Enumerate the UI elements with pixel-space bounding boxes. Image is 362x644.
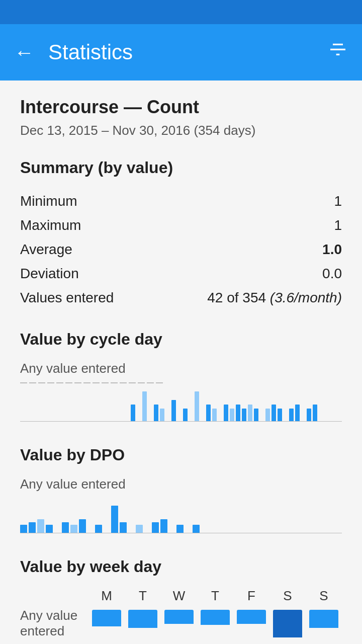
table-row: Average 1.0 (20, 237, 342, 262)
cycle-day-bar (206, 405, 211, 422)
dpo-bar (193, 525, 200, 533)
weekday-bar (273, 610, 302, 637)
stat-label-deviation: Deviation (20, 262, 152, 286)
cycle-day-chart-label: Any value entered (20, 361, 342, 376)
dpo-bar (111, 506, 118, 533)
app-bar: ← Statistics (0, 24, 362, 80)
date-range: Dec 13, 2015 – Nov 30, 2016 (354 days) (20, 123, 342, 138)
table-row: Minimum 1 (20, 189, 342, 213)
cycle-day-bar (265, 409, 270, 422)
weekday-bar (309, 610, 338, 628)
cycle-day-bar (242, 409, 246, 422)
weekday-section: Value by week day MTWTFSS Any value ente… (20, 557, 342, 639)
cycle-day-bar (289, 409, 294, 422)
cycle-day-bar (248, 405, 252, 422)
dpo-bar (152, 522, 159, 533)
cycle-day-section: Value by cycle day Any value entered (20, 330, 342, 422)
dpo-title: Value by DPO (20, 446, 342, 464)
weekday-bar (92, 610, 121, 626)
stat-value-maximum: 1 (152, 213, 342, 237)
weekday-bar-wrap (161, 610, 197, 637)
cycle-day-bar (131, 405, 135, 422)
stat-value-values-entered: 42 of 354 (3.6/month) (152, 286, 342, 310)
status-bar (0, 0, 362, 24)
weekday-chart-label: Any value entered (20, 608, 88, 639)
table-row: Values entered 42 of 354 (3.6/month) (20, 286, 342, 310)
dpo-bar (136, 525, 143, 533)
weekday-bar-wrap (88, 610, 125, 637)
stat-value-deviation: 0.0 (152, 262, 342, 286)
cycle-day-bar (313, 405, 317, 422)
cycle-day-bar (295, 405, 300, 422)
cycle-day-bar (272, 405, 276, 422)
summary-section-title: Summary (by value) (20, 158, 342, 177)
dpo-bar (70, 525, 77, 533)
weekday-day-label: S (269, 588, 306, 604)
weekday-day-label: M (88, 588, 125, 604)
cycle-day-bar (230, 409, 234, 422)
cycle-day-bar (160, 409, 164, 422)
weekday-bar-wrap (269, 610, 306, 637)
dpo-bar (62, 522, 69, 533)
weekday-bar (201, 610, 230, 625)
table-row: Maximum 1 (20, 213, 342, 237)
dpo-bar (37, 519, 44, 533)
cycle-day-chart (20, 386, 342, 422)
stat-label-minimum: Minimum (20, 189, 152, 213)
weekday-bars-row: Any value entered (20, 608, 342, 639)
dpo-bar (95, 525, 102, 533)
cycle-day-bar (154, 405, 158, 422)
dpo-bar (176, 525, 184, 533)
weekday-day-label: W (161, 588, 197, 604)
weekday-bar-wrap (306, 610, 342, 637)
weekday-day-label: T (197, 588, 233, 604)
stat-value-minimum: 1 (152, 189, 342, 213)
weekday-day-label: S (306, 588, 342, 604)
dpo-bar (29, 522, 36, 533)
dpo-section: Value by DPO Any value entered (20, 446, 342, 533)
cycle-day-bar (183, 409, 188, 422)
main-content: Intercourse — Count Dec 13, 2015 – Nov 3… (0, 80, 362, 644)
back-button[interactable]: ← (14, 41, 34, 64)
weekday-bar (237, 610, 266, 624)
cycle-day-bar (212, 409, 217, 422)
stat-label-maximum: Maximum (20, 213, 152, 237)
dpo-chart-label: Any value entered (20, 476, 342, 492)
cycle-day-bar (278, 409, 282, 422)
cycle-day-bar (307, 409, 311, 422)
weekday-day-label: T (125, 588, 161, 604)
dpo-bar (160, 519, 167, 533)
weekday-bars (88, 610, 342, 637)
cycle-day-bar (171, 400, 176, 422)
weekday-bar-wrap (197, 610, 233, 637)
cycle-day-bar (254, 409, 258, 422)
weekday-day-label: F (233, 588, 269, 604)
dpo-bar (46, 525, 53, 533)
weekday-bar-wrap (125, 610, 161, 637)
cycle-day-bar (224, 405, 228, 422)
table-row: Deviation 0.0 (20, 262, 342, 286)
dpo-chart (20, 498, 342, 533)
page-title: Intercourse — Count (20, 97, 342, 118)
cycle-day-bar (142, 391, 147, 422)
weekday-title: Value by week day (20, 557, 342, 576)
stat-label-values-entered: Values entered (20, 286, 152, 310)
stat-value-average: 1.0 (152, 237, 342, 262)
weekday-header: MTWTFSS (20, 588, 342, 604)
cycle-day-bar (195, 391, 199, 422)
weekday-bar (164, 610, 194, 624)
summary-table: Minimum 1 Maximum 1 Average 1.0 Deviatio… (20, 189, 342, 310)
dpo-bar (79, 519, 86, 533)
weekday-bar-wrap (233, 610, 269, 637)
app-bar-title: Statistics (48, 40, 328, 64)
weekday-bar (128, 610, 157, 628)
filter-icon[interactable] (328, 40, 348, 65)
cycle-day-title: Value by cycle day (20, 330, 342, 349)
cycle-day-dashes (20, 382, 342, 383)
dpo-bar (20, 525, 27, 533)
cycle-day-bar (236, 405, 240, 422)
dpo-bar (120, 522, 127, 533)
stat-label-average: Average (20, 237, 152, 262)
